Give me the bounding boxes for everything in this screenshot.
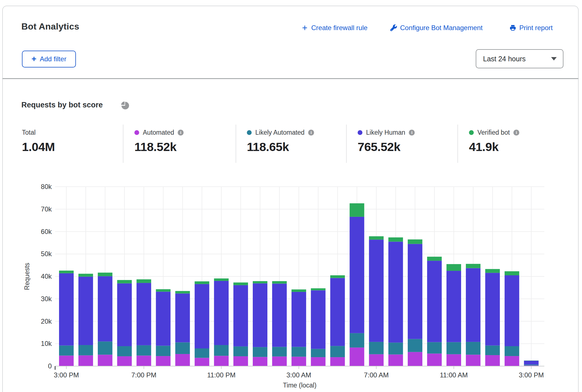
bar-segment[interactable] [272, 357, 287, 366]
bar-segment[interactable] [59, 346, 74, 356]
bar-segment[interactable] [292, 347, 306, 357]
time-range-select[interactable]: Last 24 hours [476, 49, 563, 68]
bar-segment[interactable] [292, 292, 306, 347]
print-report-link[interactable]: Print report [509, 23, 553, 33]
bar-segment[interactable] [78, 277, 93, 345]
bar-segment[interactable] [408, 239, 422, 244]
bar-segment[interactable] [330, 357, 345, 366]
bar-segment[interactable] [427, 257, 442, 261]
bar-segment[interactable] [98, 355, 112, 366]
bar-segment[interactable] [117, 283, 132, 346]
bar-segment[interactable] [78, 355, 93, 366]
bar-segment[interactable] [446, 342, 461, 354]
bar-segment[interactable] [137, 356, 151, 366]
bar-segment[interactable] [78, 345, 93, 355]
bar-segment[interactable] [505, 275, 519, 346]
bar-segment[interactable] [485, 346, 500, 355]
bar-segment[interactable] [466, 268, 481, 342]
bar-segment[interactable] [427, 342, 442, 354]
bar-segment[interactable] [330, 275, 345, 278]
bar-segment[interactable] [137, 279, 151, 283]
bar-segment[interactable] [350, 203, 364, 217]
bar-segment[interactable] [466, 264, 481, 268]
bar-segment[interactable] [466, 355, 481, 366]
bar-segment[interactable] [195, 348, 209, 358]
bar-segment[interactable] [195, 358, 209, 366]
bar-segment[interactable] [175, 342, 190, 354]
bar-segment[interactable] [330, 346, 345, 357]
info-icon[interactable]: i [409, 130, 415, 136]
bar-segment[interactable] [369, 240, 384, 342]
bar-segment[interactable] [175, 354, 190, 366]
bar-segment[interactable] [408, 244, 422, 339]
bar-segment[interactable] [175, 294, 190, 343]
bar-segment[interactable] [117, 280, 132, 283]
bar-segment[interactable] [98, 272, 112, 276]
bar-segment[interactable] [466, 342, 481, 355]
bar-segment[interactable] [195, 284, 209, 348]
bar-segment[interactable] [369, 236, 384, 240]
bar-segment[interactable] [311, 349, 326, 357]
bar-segment[interactable] [214, 345, 229, 356]
bar-segment[interactable] [369, 354, 384, 366]
bar-segment[interactable] [311, 357, 326, 366]
bar-segment[interactable] [446, 264, 461, 271]
bar-segment[interactable] [427, 261, 442, 342]
bar-segment[interactable] [214, 356, 229, 366]
bar-segment[interactable] [446, 354, 461, 366]
bar-segment[interactable] [505, 356, 519, 366]
bar-segment[interactable] [137, 283, 151, 345]
info-icon[interactable]: i [178, 130, 184, 136]
bar-segment[interactable] [233, 283, 248, 285]
bar-segment[interactable] [214, 278, 229, 281]
bar-segment[interactable] [233, 285, 248, 346]
bar-segment[interactable] [505, 271, 519, 275]
add-filter-button[interactable]: + Add filter [22, 51, 76, 67]
bar-segment[interactable] [253, 283, 267, 347]
bar-segment[interactable] [388, 242, 403, 343]
bar-segment[interactable] [78, 274, 93, 276]
bar-segment[interactable] [388, 355, 403, 366]
bar-segment[interactable] [505, 346, 519, 356]
bar-segment[interactable] [408, 352, 422, 366]
bar-segment[interactable] [233, 346, 248, 356]
info-icon[interactable]: i [308, 130, 314, 136]
bar-segment[interactable] [427, 353, 442, 366]
bar-segment[interactable] [59, 356, 74, 366]
bar-segment[interactable] [524, 361, 539, 365]
bar-segment[interactable] [369, 342, 384, 354]
bar-segment[interactable] [524, 361, 539, 361]
bar-segment[interactable] [292, 289, 306, 292]
bar-segment[interactable] [233, 356, 248, 366]
info-icon[interactable]: i [513, 130, 519, 136]
bar-segment[interactable] [272, 347, 287, 356]
bar-segment[interactable] [485, 273, 500, 345]
bar-segment[interactable] [253, 357, 267, 366]
bar-segment[interactable] [117, 356, 132, 366]
bar-segment[interactable] [446, 271, 461, 342]
bar-segment[interactable] [292, 357, 306, 366]
bar-segment[interactable] [485, 355, 500, 366]
bar-segment[interactable] [311, 288, 326, 290]
configure-bot-management-link[interactable]: Configure Bot Management [390, 23, 483, 33]
bar-segment[interactable] [98, 276, 112, 341]
bar-segment[interactable] [59, 273, 74, 346]
bar-segment[interactable] [524, 364, 539, 365]
bar-segment[interactable] [59, 271, 74, 273]
bar-segment[interactable] [272, 284, 287, 347]
bar-segment[interactable] [98, 341, 112, 355]
bar-segment[interactable] [330, 278, 345, 346]
bar-segment[interactable] [156, 292, 171, 346]
bar-segment[interactable] [175, 291, 190, 294]
bar-segment[interactable] [137, 345, 151, 356]
bar-segment[interactable] [388, 343, 403, 354]
bar-segment[interactable] [388, 237, 403, 242]
bar-segment[interactable] [408, 339, 422, 352]
bar-segment[interactable] [253, 347, 267, 357]
bar-segment[interactable] [272, 281, 287, 284]
bar-segment[interactable] [350, 348, 364, 366]
create-firewall-rule-link[interactable]: Create firewall rule [301, 23, 367, 33]
bar-segment[interactable] [350, 217, 364, 333]
bar-segment[interactable] [214, 281, 229, 345]
bar-segment[interactable] [156, 289, 171, 292]
